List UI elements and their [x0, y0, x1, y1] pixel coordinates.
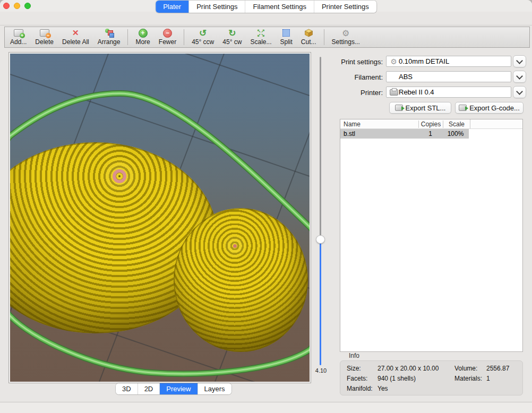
red-minus-circle-icon: −	[163, 29, 172, 38]
delete-button[interactable]: − Delete	[31, 27, 58, 47]
manifold-label: Manifold:	[347, 385, 373, 392]
scale-arrows-icon	[257, 29, 265, 37]
red-x-icon	[72, 28, 79, 38]
rotate-cw-button[interactable]: ↻ 45° cw	[218, 27, 246, 47]
toolbar-separator	[324, 29, 324, 45]
top-layer-highlight-dot	[233, 244, 237, 248]
manifold-value: Yes	[377, 385, 388, 392]
gear-icon	[342, 28, 349, 38]
cut-button[interactable]: Cut...	[297, 27, 321, 47]
tab-printer-settings[interactable]: Printer Settings	[314, 1, 376, 13]
top-layer-highlight-ring	[113, 169, 126, 183]
more-button[interactable]: + More	[131, 27, 154, 47]
rotate-ccw-icon: ↺	[199, 29, 207, 38]
export-box-icon	[395, 105, 403, 111]
toolbar-separator	[184, 29, 184, 45]
printer-icon	[390, 89, 398, 96]
gear-icon	[389, 57, 399, 66]
chevron-down-icon	[516, 88, 523, 95]
size-label: Size:	[347, 365, 361, 372]
chevron-down-icon	[516, 57, 523, 64]
size-value: 27.00 x 20.00 x 10.00	[377, 365, 439, 372]
box-plus-icon: +	[14, 29, 23, 37]
slider-thumb[interactable]	[316, 235, 325, 244]
objects-table-header: Name Copies Scale	[340, 119, 522, 129]
volume-value: 2556.87	[486, 365, 509, 372]
facets-label: Facets:	[347, 375, 367, 382]
status-strip	[0, 402, 532, 413]
info-title: Info	[349, 352, 359, 359]
table-row-selected[interactable]: b.stl 1 100%	[340, 129, 522, 139]
slider-value-label: 4.10	[311, 367, 331, 374]
settings-panel: Print settings: 0.10mm DETAIL Filament: …	[340, 52, 524, 397]
export-box-icon	[459, 105, 467, 111]
materials-label: Materials:	[454, 375, 482, 382]
tab-plater[interactable]: Plater	[156, 1, 189, 13]
cubes-icon	[104, 29, 114, 37]
cell-empty	[469, 129, 522, 139]
viewport-frame	[8, 52, 311, 383]
printer-label: Printer:	[361, 89, 383, 97]
toolbar: + Add... − Delete Delete All Arrange + M…	[4, 27, 530, 48]
layer-slider: 4.10	[311, 52, 340, 383]
facets-value: 940 (1 shells)	[377, 375, 416, 382]
slider-track-lower[interactable]	[320, 240, 321, 365]
column-header-name[interactable]: Name	[340, 121, 418, 128]
scale-button[interactable]: Scale...	[246, 27, 276, 47]
volume-label: Volume:	[454, 365, 477, 372]
main-tab-bar: Plater Print Settings Filament Settings …	[156, 1, 376, 13]
cut-cube-icon	[304, 28, 313, 38]
add-button[interactable]: + Add...	[6, 27, 31, 47]
printer-dropdown-button[interactable]	[513, 86, 526, 98]
export-gcode-button[interactable]: Export G-code...	[455, 102, 524, 114]
toolbar-separator	[127, 29, 128, 45]
filament-label: Filament:	[355, 73, 383, 81]
cell-name: b.stl	[340, 129, 418, 139]
green-plus-circle-icon: +	[139, 29, 148, 38]
delete-all-button[interactable]: Delete All	[58, 27, 93, 47]
fewer-button[interactable]: − Fewer	[155, 27, 181, 47]
model-object-small[interactable]	[174, 208, 308, 352]
split-button[interactable]: Split	[276, 27, 296, 47]
filament-combo[interactable]: ABS	[386, 71, 511, 82]
split-icon	[282, 29, 290, 37]
print-settings-label: Print settings:	[341, 58, 383, 66]
box-minus-icon: −	[40, 29, 49, 37]
tabstrip-divider	[0, 25, 532, 25]
slic3r-window: Slic3r Plater Print Settings Filament Se…	[0, 0, 532, 413]
cell-scale: 100%	[442, 129, 469, 139]
view-tab-2d[interactable]: 2D	[138, 383, 160, 394]
print-settings-dropdown-button[interactable]	[513, 55, 526, 67]
preview-3d-canvas[interactable]	[10, 54, 310, 382]
cell-copies: 1	[418, 129, 442, 139]
column-header-empty	[470, 119, 522, 128]
arrange-button[interactable]: Arrange	[93, 27, 125, 47]
view-tab-preview[interactable]: Preview	[160, 383, 198, 394]
export-stl-button[interactable]: Export STL...	[389, 102, 451, 114]
tab-strip	[0, 12, 532, 25]
objects-table: Name Copies Scale b.stl 1 100%	[340, 119, 523, 352]
tab-filament-settings[interactable]: Filament Settings	[245, 1, 314, 13]
rotate-ccw-button[interactable]: ↺ 45° ccw	[187, 27, 218, 47]
tab-print-settings[interactable]: Print Settings	[189, 1, 245, 13]
column-header-scale[interactable]: Scale	[443, 121, 470, 128]
slider-track-upper[interactable]	[320, 57, 321, 239]
filament-dropdown-button[interactable]	[513, 71, 526, 83]
view-tab-bar: 3D 2D Preview Layers	[116, 383, 231, 394]
printer-combo[interactable]: Rebel II 0.4	[386, 87, 511, 98]
settings-button[interactable]: Settings...	[328, 27, 364, 47]
view-tab-3d[interactable]: 3D	[116, 383, 138, 394]
materials-value: 1	[486, 375, 490, 382]
print-settings-combo[interactable]: 0.10mm DETAIL	[386, 56, 511, 67]
column-header-copies[interactable]: Copies	[418, 121, 443, 128]
info-box: Size: 27.00 x 20.00 x 10.00 Volume: 2556…	[340, 360, 523, 395]
chevron-down-icon	[516, 73, 523, 80]
rotate-cw-icon: ↻	[228, 29, 236, 38]
view-tab-layers[interactable]: Layers	[198, 383, 231, 394]
